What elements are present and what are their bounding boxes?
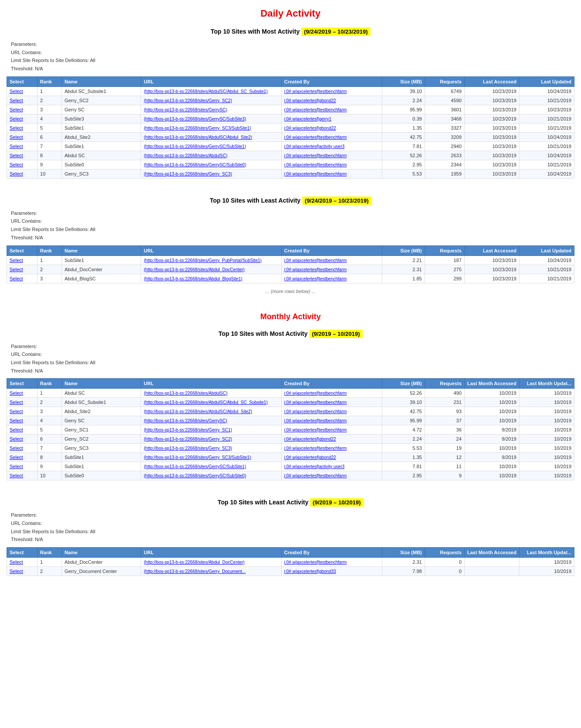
created-link[interactable]: i:0#.w|axcelertesf|testbenchfarm xyxy=(284,153,347,158)
url-link[interactable]: (http://bos-sp13-b-ss:22668/sites/Gerry_… xyxy=(144,455,251,460)
select-link[interactable]: Select xyxy=(10,409,23,414)
created-link[interactable]: i:0#.w|axcelertesf|gbond22 xyxy=(284,126,336,131)
name-cell: Gerry_SC2 xyxy=(62,435,141,444)
created-link[interactable]: i:0#.w|axcelertesf|testbenchfarm xyxy=(284,391,347,396)
select-link[interactable]: Select xyxy=(10,107,23,112)
created-cell: i:0#.w|axcelertesf|gbond22 xyxy=(281,96,382,105)
select-link[interactable]: Select xyxy=(10,267,23,272)
last-updated-cell: 10/2019 xyxy=(519,435,574,444)
url-link[interactable]: (http://bos-sp13-b-ss:22668/sites/Gerry_… xyxy=(144,258,262,263)
select-link[interactable]: Select xyxy=(10,98,23,103)
name-cell: Abdul_DocCenter xyxy=(62,265,141,274)
last-updated-cell: 10/24/2019 xyxy=(519,86,574,96)
url-link[interactable]: (http://bos-sp13-b-ss:22668/sites/Gerry_… xyxy=(144,98,232,103)
select-link[interactable]: Select xyxy=(10,418,23,423)
url-link[interactable]: (http://bos-sp13-b-ss:22668/sites/Abdul_… xyxy=(144,267,245,272)
select-link[interactable]: Select xyxy=(10,427,23,432)
select-link[interactable]: Select xyxy=(10,400,23,405)
created-link[interactable]: i:0#.w|axcelertesf|testbenchfarm xyxy=(284,428,347,432)
truncated-note: ... (more rows below) ... xyxy=(7,289,574,294)
created-link[interactable]: i:0#.w|axcelertesf|testbenchfarm xyxy=(284,267,347,272)
url-link[interactable]: (http://bos-sp13-b-ss:22668/sites/GerryS… xyxy=(144,464,246,469)
url-link[interactable]: (http://bos-sp13-b-ss:22668/sites/Gerry_… xyxy=(144,446,232,451)
url-link[interactable]: (http://bos-sp13-b-ss:22668/sites/GerryS… xyxy=(144,162,246,167)
url-link[interactable]: (http://bos-sp13-b-ss:22668/sites/Gerry_… xyxy=(144,428,232,432)
select-link[interactable]: Select xyxy=(10,171,23,176)
select-link[interactable]: Select xyxy=(10,473,23,478)
url-link[interactable]: (http://bos-sp13-b-ss:22668/sites/Gerry_… xyxy=(144,172,232,176)
created-link[interactable]: i:0#.w|axcelertesf|gerry1 xyxy=(284,117,332,121)
select-link[interactable]: Select xyxy=(10,569,23,574)
last-accessed-cell: 10/2019 xyxy=(464,416,519,425)
url-link[interactable]: (http://bos-sp13-b-ss:22668/sites/AbdulS… xyxy=(144,409,252,414)
table-row: Select 3 Gerry SC (http://bos-sp13-b-ss:… xyxy=(7,105,574,114)
name-cell: Gerry SC xyxy=(62,416,141,425)
name-cell: Gerry SC xyxy=(62,105,141,114)
rank-cell: 3 xyxy=(37,105,62,114)
url-link[interactable]: (http://bos-sp13-b-ss:22668/sites/GerryS… xyxy=(144,117,246,121)
url-cell: (http://bos-sp13-b-ss:22668/sites/AbdulS… xyxy=(141,389,281,398)
select-link[interactable]: Select xyxy=(10,436,23,442)
created-link[interactable]: i:0#.w|axcelertesf|activity user3 xyxy=(284,464,345,469)
select-link[interactable]: Select xyxy=(10,559,23,565)
created-link[interactable]: i:0#.w|axcelertesf|testbenchfarm xyxy=(284,172,347,176)
url-link[interactable]: (http://bos-sp13-b-ss:22668/sites/AbdulS… xyxy=(144,391,227,396)
created-link[interactable]: i:0#.w|axcelertesf|gbond22 xyxy=(284,437,336,442)
select-link[interactable]: Select xyxy=(10,89,23,94)
url-link[interactable]: (http://bos-sp13-b-ss:22668/sites/Abdul_… xyxy=(144,276,242,281)
created-link[interactable]: i:0#.w|axcelertesf|testbenchfarm xyxy=(284,409,347,414)
created-link[interactable]: i:0#.w|axcelertesf|activity user3 xyxy=(284,144,345,149)
created-link[interactable]: i:0#.w|axcelertesf|testbenchfarm xyxy=(284,107,347,112)
daily-least-params: Parameters: URL Contains: Limit Site Rep… xyxy=(7,207,574,242)
created-cell: i:0#.w|axcelertesf|testbenchfarm xyxy=(281,105,382,114)
created-link[interactable]: i:0#.w|axcelertesf|testbenchfarm xyxy=(284,162,347,167)
url-link[interactable]: (http://bos-sp13-b-ss:22668/sites/Gerry_… xyxy=(144,569,246,574)
col-created: Created By xyxy=(281,245,382,255)
select-link[interactable]: Select xyxy=(10,258,23,263)
url-link[interactable]: (http://bos-sp13-b-ss:22668/sites/AbdulS… xyxy=(144,89,268,94)
select-link[interactable]: Select xyxy=(10,276,23,281)
url-link[interactable]: (http://bos-sp13-b-ss:22668/sites/AbdulS… xyxy=(144,153,227,158)
url-link[interactable]: (http://bos-sp13-b-ss:22668/sites/GerryS… xyxy=(144,473,246,478)
created-link[interactable]: i:0#.w|axcelertesf|testbenchfarm xyxy=(284,135,347,140)
created-link[interactable]: i:0#.w|axcelertesf|gbond22 xyxy=(284,98,336,103)
select-link[interactable]: Select xyxy=(10,116,23,121)
select-link[interactable]: Select xyxy=(10,464,23,469)
name-cell: SubSite3 xyxy=(62,114,141,123)
requests-cell: 490 xyxy=(425,389,464,398)
url-link[interactable]: (http://bos-sp13-b-ss:22668/sites/GerryS… xyxy=(144,144,246,149)
select-link[interactable]: Select xyxy=(10,153,23,158)
select-link[interactable]: Select xyxy=(10,445,23,451)
col-size: Size (MB) xyxy=(382,76,425,86)
url-link[interactable]: (http://bos-sp13-b-ss:22668/sites/AbdulS… xyxy=(144,400,268,405)
created-link[interactable]: i:0#.w|axcelertesf|testbenchfarm xyxy=(284,560,347,565)
created-link[interactable]: i:0#.w|axcelertesf|testbenchfarm xyxy=(284,89,347,94)
url-link[interactable]: (http://bos-sp13-b-ss:22668/sites/GerryS… xyxy=(144,418,227,423)
select-link[interactable]: Select xyxy=(10,162,23,167)
rank-cell: 3 xyxy=(37,407,62,416)
select-link[interactable]: Select xyxy=(10,390,23,396)
url-link[interactable]: (http://bos-sp13-b-ss:22668/sites/Gerry_… xyxy=(144,126,251,131)
url-link[interactable]: (http://bos-sp13-b-ss:22668/sites/AbdulS… xyxy=(144,135,252,140)
url-link[interactable]: (http://bos-sp13-b-ss:22668/sites/GerryS… xyxy=(144,107,227,112)
select-link[interactable]: Select xyxy=(10,135,23,140)
select-cell: Select xyxy=(7,123,38,132)
select-link[interactable]: Select xyxy=(10,144,23,149)
created-link[interactable]: i:0#.w|axcelertesf|testbenchfarm xyxy=(284,418,347,423)
select-link[interactable]: Select xyxy=(10,125,23,131)
col-select: Select xyxy=(7,548,38,558)
created-link[interactable]: i:0#.w|axcelertesf|testbenchfarm xyxy=(284,400,347,405)
created-link[interactable]: i:0#.w|axcelertesf|gbond33 xyxy=(284,569,336,574)
created-link[interactable]: i:0#.w|axcelertesf|gbond22 xyxy=(284,455,336,460)
select-link[interactable]: Select xyxy=(10,455,23,460)
url-link[interactable]: (http://bos-sp13-b-ss:22668/sites/Abdul_… xyxy=(144,560,245,565)
table-row: Select 10 Gerry_SC3 (http://bos-sp13-b-s… xyxy=(7,169,574,178)
created-link[interactable]: i:0#.w|axcelertesf|testbenchfarm xyxy=(284,446,347,451)
url-cell: (http://bos-sp13-b-ss:22668/sites/AbdulS… xyxy=(141,398,281,407)
url-link[interactable]: (http://bos-sp13-b-ss:22668/sites/Gerry_… xyxy=(144,437,232,442)
created-link[interactable]: i:0#.w|axcelertesf|testbenchfarm xyxy=(284,276,347,281)
table-row: Select 9 SubSite1 (http://bos-sp13-b-ss:… xyxy=(7,462,574,471)
created-link[interactable]: i:0#.w|axcelertesf|testbenchfarm xyxy=(284,258,347,263)
created-link[interactable]: i:0#.w|axcelertesf|testbenchfarm xyxy=(284,473,347,478)
select-cell: Select xyxy=(7,114,38,123)
